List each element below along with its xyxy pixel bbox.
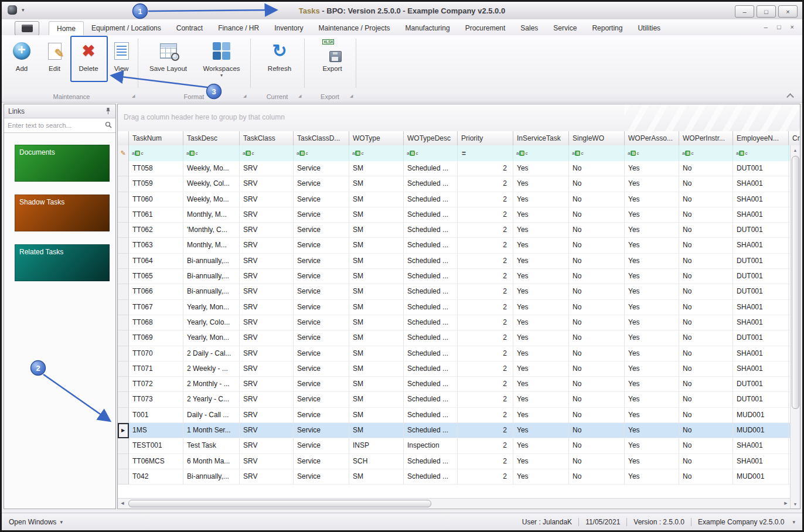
cell[interactable]: SRV [240, 377, 294, 392]
filter-cell-woperasso[interactable]: aBc [625, 145, 679, 161]
cell[interactable]: SM [349, 408, 404, 423]
cell[interactable]: SRV [240, 315, 294, 330]
row-indicator[interactable] [118, 377, 129, 392]
cell[interactable]: SM [349, 346, 404, 362]
table-row[interactable]: TT067Yearly, Mon...SRVServiceSMScheduled… [118, 300, 792, 315]
cell[interactable]: Service [294, 300, 349, 315]
tab-reporting[interactable]: Reporting [584, 21, 630, 35]
cell[interactable]: Yes [513, 192, 569, 207]
cell[interactable]: Yes [513, 469, 569, 485]
cell[interactable]: SRV [240, 192, 294, 207]
table-row[interactable]: TT06MCS6 Month Ma...SRVServiceSCHSchedul… [118, 454, 792, 469]
cell[interactable]: Yes [513, 362, 569, 377]
cell[interactable]: Scheduled ... [404, 362, 458, 377]
table-row[interactable]: T001Daily - Call ...SRVServiceSMSchedule… [118, 408, 792, 423]
cell[interactable]: SM [349, 269, 404, 284]
filter-cell-tasknum[interactable]: aBc [129, 145, 183, 161]
vertical-scrollbar[interactable]: ▲ ▼ [790, 145, 800, 509]
filter-cell-taskclassd[interactable]: aBc [294, 145, 349, 161]
tab-inventory[interactable]: Inventory [267, 21, 311, 35]
cell[interactable]: Bi-annually,... [183, 469, 240, 485]
cell[interactable]: T001 [129, 408, 183, 423]
cell[interactable]: SM [349, 161, 404, 176]
cell[interactable]: 1 Month Ser... [183, 423, 240, 438]
view-button[interactable]: View [107, 37, 135, 89]
cell[interactable]: Service [294, 408, 349, 423]
cell[interactable]: SHA001 [733, 192, 789, 207]
cell[interactable]: Yearly, Mon... [183, 300, 240, 315]
abc-filter-icon[interactable]: aBc [297, 151, 308, 156]
cell[interactable]: Yes [625, 161, 679, 176]
scroll-down-icon[interactable]: ▼ [791, 499, 800, 509]
cell[interactable]: SRV [240, 408, 294, 423]
cell[interactable]: No [679, 223, 733, 238]
cell[interactable]: Yes [513, 438, 569, 453]
cell[interactable]: Yes [625, 423, 679, 438]
cell[interactable]: 2 Yearly - C... [183, 392, 240, 407]
cell[interactable]: SHA001 [733, 176, 789, 192]
column-header-wotypedesc[interactable]: WOTypeDesc [404, 131, 458, 145]
cell[interactable]: 2 Monthly - ... [183, 377, 240, 392]
cell[interactable]: 2 [458, 192, 513, 207]
cell[interactable]: Weekly, Mo... [183, 192, 240, 207]
table-row[interactable]: TT0702 Daily - Cal...SRVServiceSMSchedul… [118, 346, 792, 362]
cell[interactable]: No [569, 192, 625, 207]
cell[interactable]: Service [294, 362, 349, 377]
workspaces-button[interactable]: Workspaces ▾ [195, 37, 248, 89]
scroll-right-icon[interactable]: ▶ [781, 499, 791, 508]
cell[interactable]: No [569, 269, 625, 284]
cell[interactable]: Service [294, 238, 349, 253]
cell[interactable]: TEST001 [129, 438, 183, 453]
cell[interactable]: Yes [625, 315, 679, 330]
sidebar-tile-shadow-tasks[interactable]: Shadow Tasks [15, 195, 110, 231]
cell[interactable]: No [569, 176, 625, 192]
cell[interactable]: SRV [240, 284, 294, 299]
workspaces-dropdown-icon[interactable]: ▾ [220, 73, 223, 78]
abc-filter-icon[interactable]: aBc [407, 151, 418, 156]
vertical-scroll-thumb[interactable] [792, 156, 799, 409]
cell[interactable]: No [679, 207, 733, 223]
cell[interactable]: Yes [513, 300, 569, 315]
cell[interactable]: No [569, 469, 625, 485]
filter-cell-priority[interactable]: = [458, 145, 513, 161]
cell[interactable]: 2 Daily - Cal... [183, 346, 240, 362]
cell[interactable]: 2 [458, 300, 513, 315]
cell[interactable]: Scheduled ... [404, 454, 458, 469]
row-indicator[interactable] [118, 408, 129, 423]
filter-cell-employeen[interactable]: aBc [733, 145, 789, 161]
cell[interactable]: SHA001 [733, 362, 789, 377]
cell[interactable]: Service [294, 269, 349, 284]
table-row[interactable]: TT064Bi-annually,...SRVServiceSMSchedule… [118, 254, 792, 269]
cell[interactable]: No [569, 438, 625, 453]
cell[interactable]: 1MS [129, 423, 183, 438]
cell[interactable]: SM [349, 392, 404, 407]
cell[interactable]: SM [349, 284, 404, 299]
cell[interactable]: Bi-annually,... [183, 254, 240, 269]
cell[interactable]: No [679, 176, 733, 192]
application-button[interactable] [15, 21, 39, 36]
cell[interactable]: Yes [625, 469, 679, 485]
sidebar-tile-related-tasks[interactable]: Related Tasks [15, 244, 110, 281]
cell[interactable]: No [569, 377, 625, 392]
cell[interactable]: 2 [458, 207, 513, 223]
cell[interactable]: 2 [458, 423, 513, 438]
cell[interactable]: No [569, 207, 625, 223]
cell[interactable]: Service [294, 161, 349, 176]
row-indicator[interactable] [118, 362, 129, 377]
cell[interactable]: No [569, 346, 625, 362]
cell[interactable]: 2 [458, 269, 513, 284]
filter-cell-woperinstr[interactable]: aBc [679, 145, 733, 161]
cell[interactable]: No [679, 346, 733, 362]
cell[interactable]: Yes [625, 346, 679, 362]
cell[interactable]: Yes [625, 176, 679, 192]
cell[interactable]: SM [349, 469, 404, 485]
abc-filter-icon[interactable]: aBc [243, 151, 254, 156]
cell[interactable]: Yes [513, 346, 569, 362]
cell[interactable]: SCH [349, 454, 404, 469]
cell[interactable]: SHA001 [733, 238, 789, 253]
row-indicator[interactable] [118, 300, 129, 315]
tab-contract[interactable]: Contract [169, 21, 210, 35]
horizontal-scrollbar[interactable]: ◀ ▶ [118, 498, 791, 508]
cell[interactable]: No [569, 392, 625, 407]
cell[interactable]: Yes [513, 315, 569, 330]
